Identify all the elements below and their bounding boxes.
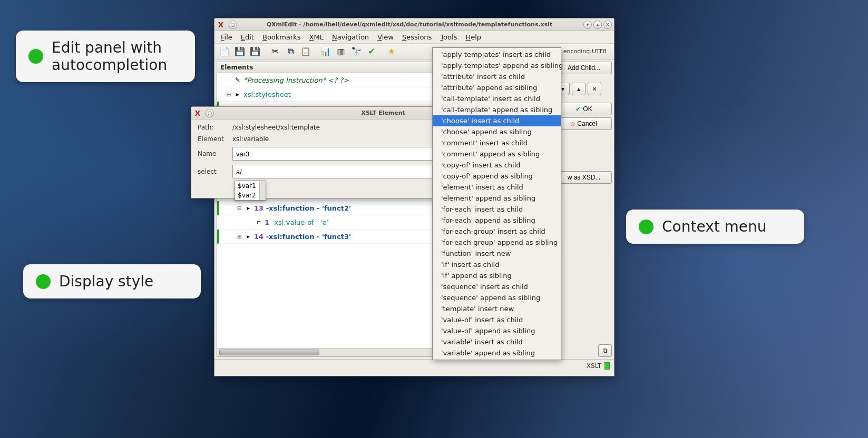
dialog-menu-button[interactable]: ○ xyxy=(206,109,214,117)
save-icon[interactable]: 💾 xyxy=(248,45,262,58)
doc-icon: ▸ xyxy=(244,204,252,212)
cut-icon[interactable]: ✂ xyxy=(268,45,282,58)
context-menu-item[interactable]: 'for-each' insert as child xyxy=(433,204,561,215)
context-menu-item[interactable]: 'apply-templates' append as sibling xyxy=(433,60,561,71)
context-menu-item[interactable]: 'comment' append as sibling xyxy=(433,148,561,160)
wand-icon: ✎ xyxy=(233,76,242,84)
callout-dot-icon xyxy=(36,274,51,289)
context-menu-item[interactable]: 'attribute' insert as child xyxy=(433,71,561,82)
context-menu-item[interactable]: 'element' insert as child xyxy=(433,182,561,193)
expander-icon[interactable]: ⊟ xyxy=(236,205,242,211)
binoculars-icon[interactable]: 🔭 xyxy=(349,45,363,58)
minimize-button[interactable]: ▾ xyxy=(583,21,592,29)
callout-display-style: Display style xyxy=(23,264,201,298)
context-menu-item[interactable]: 'copy-of' insert as child xyxy=(433,160,561,171)
context-menu-item[interactable]: 'value-of' insert as child xyxy=(433,314,561,325)
context-menu: 'apply-templates' insert as child'apply-… xyxy=(432,47,561,360)
context-menu-item[interactable]: 'sequence' append as sibling xyxy=(433,292,561,303)
open-icon[interactable]: 💾 xyxy=(233,45,247,58)
menu-edit[interactable]: Edit xyxy=(237,32,258,42)
context-menu-item[interactable]: 'comment' insert as child xyxy=(433,137,561,148)
context-menu-item[interactable]: 'function' insert new xyxy=(433,248,561,259)
columns-icon[interactable]: ▥ xyxy=(334,45,348,58)
encoding-label: encoding:UTF8 xyxy=(563,48,611,55)
expander-icon[interactable]: ⊟ xyxy=(226,92,232,97)
side-button-panel: Add Child... ▾ ▴ × ✔ OK ⦸ Cancel w as XS… xyxy=(556,62,612,357)
app-icon: X xyxy=(217,21,225,29)
select-label: select xyxy=(198,168,227,175)
context-menu-item[interactable]: 'if' insert as child xyxy=(433,259,561,270)
status-bar: XSLT xyxy=(214,359,614,372)
menubar: File Edit Bookmarks XML Navigation View … xyxy=(214,31,614,44)
status-indicator-icon xyxy=(604,362,610,370)
context-menu-item[interactable]: 'template' insert new xyxy=(433,303,561,314)
close-button[interactable]: × xyxy=(603,21,612,29)
context-menu-item[interactable]: 'apply-templates' insert as child xyxy=(433,49,561,60)
expander-icon[interactable]: ⊞ xyxy=(236,234,242,240)
path-label: Path: xyxy=(198,124,227,131)
context-menu-item[interactable]: 'choose' append as sibling xyxy=(433,126,561,137)
scrollbar-thumb[interactable] xyxy=(219,350,319,355)
context-menu-item[interactable]: 'choose' insert as child xyxy=(433,115,561,126)
nav-close-button[interactable]: × xyxy=(588,83,601,95)
callout-text: Display style xyxy=(59,273,153,290)
maximize-button[interactable]: ▴ xyxy=(593,21,602,29)
name-label: Name xyxy=(198,150,227,157)
callout-text: Edit panel with autocompletion xyxy=(52,39,182,74)
context-menu-item[interactable]: 'for-each-group' append as sibling xyxy=(433,237,561,248)
menu-bookmarks[interactable]: Bookmarks xyxy=(258,32,305,42)
menu-xml[interactable]: XML xyxy=(305,32,328,42)
context-menu-item[interactable]: 'element' append as sibling xyxy=(433,193,561,204)
copy-small-button[interactable]: ⧉ xyxy=(598,344,612,357)
context-menu-item[interactable]: 'sequence' insert as child xyxy=(433,281,561,292)
menu-navigation[interactable]: Navigation xyxy=(328,32,373,42)
menu-view[interactable]: View xyxy=(373,32,398,42)
context-menu-item[interactable]: 'value-of' append as sibling xyxy=(433,325,561,336)
copy-icon[interactable]: ⧉ xyxy=(284,45,297,58)
callout-dot-icon xyxy=(28,49,43,64)
callout-edit-panel: Edit panel with autocompletion xyxy=(16,31,195,82)
doc-icon: ▸ xyxy=(233,90,242,98)
leaf-icon: ▫ xyxy=(255,218,263,226)
context-menu-item[interactable]: 'variable' append as sibling xyxy=(433,347,561,359)
callout-dot-icon xyxy=(639,220,654,234)
context-menu-item[interactable]: 'for-each' append as sibling xyxy=(433,215,561,226)
menu-help[interactable]: Help xyxy=(461,32,485,42)
cancel-button[interactable]: ⦸ Cancel xyxy=(556,117,612,130)
titlebar: X ○ QXmlEdit - /home/lbell/devel/qxmledi… xyxy=(214,18,614,31)
nav-up-button[interactable]: ▴ xyxy=(572,83,586,95)
context-menu-item[interactable]: 'call-template' append as sibling xyxy=(433,104,561,115)
autocomplete-scrollbar[interactable] xyxy=(259,181,266,200)
autocomplete-popup: $var1 $var2 xyxy=(235,181,266,201)
ok-button[interactable]: ✔ OK xyxy=(556,103,612,115)
context-menu-item[interactable]: 'for-each-group' insert as child xyxy=(433,226,561,237)
bookmark-icon[interactable]: ★ xyxy=(385,45,398,58)
element-label: Element xyxy=(198,135,227,143)
callout-context-menu: Context menu xyxy=(626,210,804,244)
new-document-icon[interactable]: 📄 xyxy=(218,45,231,58)
validate-icon[interactable]: ✔ xyxy=(365,45,378,58)
window-menu-button[interactable]: ○ xyxy=(229,21,237,29)
context-menu-item[interactable]: 'copy-of' append as sibling xyxy=(433,171,561,182)
view-as-xsd-button[interactable]: w as XSD... xyxy=(556,171,612,184)
context-menu-item[interactable]: 'variable' insert as child xyxy=(433,336,561,347)
status-mode-label: XSLT xyxy=(587,362,601,370)
menu-file[interactable]: File xyxy=(217,32,237,42)
context-menu-item[interactable]: 'call-template' insert as child xyxy=(433,93,561,104)
menu-sessions[interactable]: Sessions xyxy=(398,32,436,42)
dialog-app-icon: X xyxy=(193,109,202,117)
menu-tools[interactable]: Tools xyxy=(436,32,461,42)
context-menu-item[interactable]: 'attribute' append as sibling xyxy=(433,82,561,93)
doc-icon: ▸ xyxy=(244,232,252,241)
callout-text: Context menu xyxy=(662,218,767,235)
chart-icon[interactable]: 📊 xyxy=(319,45,333,58)
window-title: QXmlEdit - /home/lbell/devel/qxmledit/xs… xyxy=(237,21,582,28)
context-menu-item[interactable]: 'if' append as sibling xyxy=(433,270,561,281)
add-child-button[interactable]: Add Child... xyxy=(556,62,612,74)
paste-icon[interactable]: 📋 xyxy=(299,45,313,58)
